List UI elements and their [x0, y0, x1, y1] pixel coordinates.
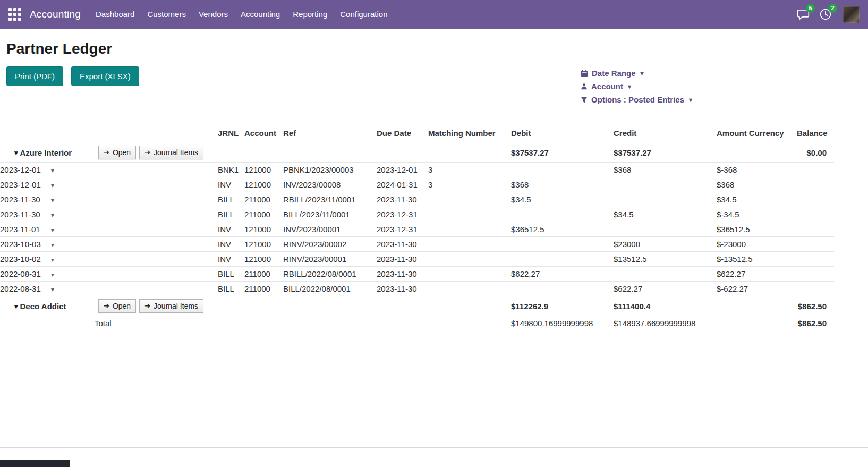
total-label: Total	[0, 316, 218, 331]
user-icon	[581, 83, 588, 90]
cell-partner: ▾Deco Addict➔Open➔Journal Items	[0, 296, 218, 316]
cell-due-date: 2023-12-31	[377, 222, 428, 237]
entry-dropdown-caret[interactable]: ▾	[51, 226, 54, 234]
account-filter-label: Account	[591, 82, 623, 91]
entry-dropdown-caret[interactable]: ▾	[51, 286, 54, 293]
column-header-account: Account	[244, 125, 283, 143]
nav-item-reporting[interactable]: Reporting	[286, 0, 334, 29]
nav-item-vendors[interactable]: Vendors	[192, 0, 234, 29]
entry-dropdown-caret[interactable]: ▾	[51, 241, 54, 249]
activities-icon[interactable]: 2	[819, 7, 832, 21]
entry-dropdown-caret[interactable]: ▾	[51, 271, 54, 278]
export-xlsx-button[interactable]: Export (XLSX)	[71, 66, 139, 86]
journal-items-button[interactable]: ➔Journal Items	[139, 146, 203, 159]
partner-name: Azure Interior	[20, 148, 72, 157]
page-title: Partner Ledger	[6, 39, 868, 58]
arrow-right-icon: ➔	[144, 148, 150, 157]
partner-name: Deco Addict	[20, 302, 66, 311]
group-collapse-caret[interactable]: ▾	[14, 149, 18, 157]
cell-credit	[614, 177, 717, 192]
open-partner-button[interactable]: ➔Open	[98, 299, 136, 313]
filter-icon	[581, 96, 588, 103]
entry-dropdown-caret[interactable]: ▾	[51, 197, 54, 204]
cell-date: 2022-08-31▾	[0, 282, 218, 296]
app-name[interactable]: Accounting	[30, 9, 81, 20]
cell-matching-number	[428, 237, 511, 252]
cell-account	[244, 316, 283, 331]
partner-cell-content: ▾Deco Addict➔Open➔Journal Items	[0, 299, 215, 313]
cell-due-date: 2024-01-31	[377, 177, 428, 192]
cell-ref: RBILL/2023/11/0001	[283, 192, 377, 207]
account-filter[interactable]: Account ▾	[581, 80, 692, 92]
cell-due-date: 2023-12-01	[377, 163, 428, 177]
cell-debit	[511, 207, 614, 222]
cell-jrnl: BNK1	[218, 163, 244, 177]
partner-group-row: ▾Azure Interior➔Open➔Journal Items$37537…	[0, 143, 834, 163]
print-pdf-button[interactable]: Print (PDF)	[6, 66, 63, 86]
report-bottom-border	[0, 447, 868, 448]
cell-amount-currency: $368	[717, 177, 797, 192]
entry-dropdown-caret[interactable]: ▾	[51, 182, 54, 189]
cell-due-date: 2023-12-31	[377, 207, 428, 222]
cell-matching-number	[428, 192, 511, 207]
cell-amount-currency	[717, 296, 797, 316]
nav-item-dashboard[interactable]: Dashboard	[89, 0, 141, 29]
open-partner-button[interactable]: ➔Open	[98, 146, 136, 159]
date-range-filter[interactable]: Date Range ▾	[581, 67, 692, 79]
column-header-amount-currency: Amount Currency	[717, 125, 797, 143]
cell-amount-currency: $-622.27	[717, 282, 797, 296]
cell-due-date: 2023-11-30	[377, 282, 428, 296]
cell-amount-currency: $-13512.5	[717, 252, 797, 267]
entry-dropdown-caret[interactable]: ▾	[51, 211, 54, 219]
apps-menu-icon[interactable]	[8, 8, 21, 21]
cell-account: 121000	[244, 177, 283, 192]
journal-items-button[interactable]: ➔Journal Items	[139, 299, 203, 313]
cell-account: 121000	[244, 252, 283, 267]
ledger-table-body: ▾Azure Interior➔Open➔Journal Items$37537…	[0, 143, 834, 330]
cell-amount-currency: $34.5	[717, 192, 797, 207]
cell-credit: $23000	[614, 237, 717, 252]
cell-partner: ▾Azure Interior➔Open➔Journal Items	[0, 143, 218, 163]
cell-matching-number: 3	[428, 163, 511, 177]
entry-dropdown-caret[interactable]: ▾	[51, 167, 54, 174]
entry-date: 2023-11-30	[0, 210, 41, 219]
calendar-icon	[581, 70, 588, 77]
cell-balance	[797, 192, 834, 207]
group-collapse-caret[interactable]: ▾	[14, 302, 18, 310]
column-header-matching-number: Matching Number	[428, 125, 511, 143]
cell-due-date: 2023-11-30	[377, 192, 428, 207]
cell-credit	[614, 192, 717, 207]
cell-account	[244, 143, 283, 163]
journal-entry-row: 2023-10-02▾INV121000RINV/2023/000012023-…	[0, 252, 834, 267]
entry-date: 2023-12-01	[0, 165, 41, 174]
cell-due-date	[377, 316, 428, 331]
cell-jrnl: BILL	[218, 192, 244, 207]
cell-amount-currency: $622.27	[717, 267, 797, 282]
cell-date: 2023-11-30▾	[0, 207, 218, 222]
cell-credit	[614, 267, 717, 282]
cell-balance	[797, 222, 834, 237]
cell-balance: $862.50	[797, 296, 834, 316]
nav-item-customers[interactable]: Customers	[141, 0, 192, 29]
cell-date: 2023-11-30▾	[0, 192, 218, 207]
column-header-jrnl: JRNL	[218, 125, 244, 143]
cell-ref	[283, 296, 377, 316]
nav-item-accounting[interactable]: Accounting	[234, 0, 286, 29]
cell-matching-number	[428, 282, 511, 296]
cell-ref: RINV/2023/00002	[283, 237, 377, 252]
cell-debit: $368	[511, 177, 614, 192]
messages-icon[interactable]: 5	[796, 7, 810, 21]
cell-amount-currency: $-34.5	[717, 207, 797, 222]
cell-debit	[511, 252, 614, 267]
cell-date: 2023-11-01▾	[0, 222, 218, 237]
partner-ledger-page: Partner Ledger Print (PDF) Export (XLSX)…	[0, 39, 868, 330]
cell-date: 2023-12-01▾	[0, 177, 218, 192]
options-filter[interactable]: Options : Posted Entries ▾	[581, 94, 692, 106]
caret-down-icon: ▾	[689, 96, 692, 104]
partner-name-wrap: ▾Deco Addict	[0, 302, 96, 311]
entry-dropdown-caret[interactable]: ▾	[51, 256, 54, 264]
cell-matching-number: 3	[428, 177, 511, 192]
status-bar-stub	[0, 460, 70, 467]
user-avatar[interactable]	[843, 6, 860, 23]
nav-item-configuration[interactable]: Configuration	[334, 0, 394, 29]
